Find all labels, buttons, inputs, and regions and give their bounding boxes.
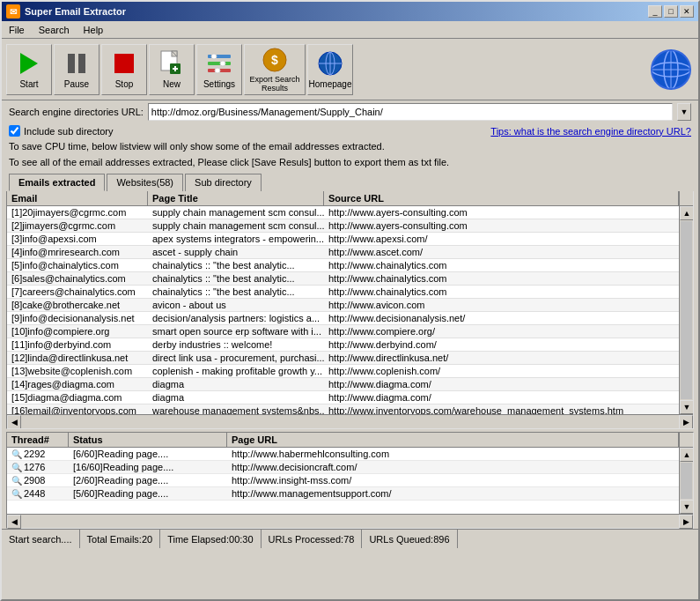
bottom-scroll-thumb[interactable]: [681, 463, 692, 499]
table-row[interactable]: [8]cake@brothercake.net avicon - about u…: [7, 299, 679, 312]
col-email-header: Email: [7, 191, 148, 205]
url-dropdown-button[interactable]: ▼: [677, 103, 691, 121]
title-bar-buttons: _ □ ✕: [648, 5, 694, 18]
settings-button[interactable]: Settings: [196, 44, 242, 95]
table-row[interactable]: [15]diagma@diagma.com diagma http://www.…: [7, 391, 679, 404]
export-icon: $: [261, 46, 289, 74]
stop-button[interactable]: Stop: [101, 44, 147, 95]
table-row[interactable]: [11]info@derbyind.com derby industries :…: [7, 338, 679, 352]
cell-email: [8]cake@brothercake.net: [7, 299, 148, 311]
cell-title: decision/analysis partners: logistics a.…: [148, 312, 324, 324]
table-row[interactable]: [2]jimayers@cgrmc.com supply chain manag…: [7, 219, 679, 233]
cell-thread: 🔍2908: [7, 474, 69, 486]
hscroll-right-button[interactable]: ▶: [679, 415, 693, 429]
table-row[interactable]: [12]linda@directlinkusa.net direct link …: [7, 352, 679, 365]
tips-link[interactable]: Tips: what is the search engine director…: [490, 126, 691, 137]
pause-label: Pause: [64, 79, 89, 89]
cell-status: [5/60]Reading page....: [69, 487, 227, 500]
bottom-body[interactable]: 🔍2292 [6/60]Reading page.... http://www.…: [7, 448, 679, 514]
main-hscrollbar[interactable]: ◀ ▶: [7, 414, 693, 428]
bottom-hscroll-right[interactable]: ▶: [679, 515, 693, 529]
bottom-scroll-down[interactable]: ▼: [680, 500, 693, 514]
url-input[interactable]: [148, 103, 673, 121]
col-status-header: Status: [69, 433, 227, 447]
toolbar: Start Pause Stop: [2, 39, 698, 100]
start-icon: [15, 49, 43, 78]
table-header: Email Page Title Source URL: [7, 191, 693, 206]
title-bar: ✉ Super Email Extractor _ □ ✕: [2, 2, 698, 21]
cell-title: direct link usa - procurement, purchasi.…: [148, 352, 324, 364]
table-row[interactable]: [10]info@compiere.org smart open source …: [7, 325, 679, 338]
cell-email: [10]info@compiere.org: [7, 325, 148, 338]
start-button[interactable]: Start: [6, 44, 52, 95]
status-processed: URLs Processed:78: [262, 530, 363, 548]
stop-label: Stop: [115, 79, 134, 89]
homepage-button[interactable]: Homepage: [307, 44, 353, 95]
bottom-hscroll-left[interactable]: ◀: [7, 515, 21, 529]
menu-file[interactable]: File: [6, 24, 27, 36]
new-button[interactable]: New: [149, 44, 195, 95]
scroll-thumb[interactable]: [681, 221, 692, 399]
tab-emails[interactable]: Emails extracted: [9, 174, 105, 191]
new-icon: [158, 49, 186, 78]
table-row[interactable]: [16]email@inventoryops.com warehouse man…: [7, 404, 679, 414]
table-row[interactable]: [4]info@mriresearch.com ascet - supply c…: [7, 246, 679, 259]
bottom-body-wrapper: 🔍2292 [6/60]Reading page.... http://www.…: [7, 448, 693, 514]
svg-rect-2: [78, 54, 85, 73]
table-body[interactable]: [1]20jimayers@cgrmc.com supply chain man…: [7, 206, 679, 414]
bottom-row[interactable]: 🔍2448 [5/60]Reading page.... http://www.…: [7, 487, 679, 501]
pause-button[interactable]: Pause: [54, 44, 99, 95]
bottom-row[interactable]: 🔍1276 [16/60]Reading page.... http://www…: [7, 461, 679, 474]
window-title: Super Email Extractor: [25, 6, 126, 17]
cell-title: apex systems integrators - empowerin...: [148, 233, 324, 245]
cell-url: http://www.apexsi.com/: [324, 233, 679, 245]
bottom-scrollbar[interactable]: ▲ ▼: [679, 448, 693, 514]
close-button[interactable]: ✕: [680, 5, 694, 18]
hscroll-left-button[interactable]: ◀: [7, 415, 21, 429]
settings-icon: [205, 49, 233, 78]
main-window: ✉ Super Email Extractor _ □ ✕ File Searc…: [0, 0, 700, 601]
table-row[interactable]: [13]website@coplenish.com coplenish - ma…: [7, 365, 679, 378]
col-thread-header: Thread#: [7, 433, 69, 447]
stop-icon: [110, 49, 138, 78]
homepage-label: Homepage: [309, 79, 352, 89]
cell-url: http://www.inventoryops.com/warehouse_ma…: [324, 404, 679, 414]
maximize-button[interactable]: □: [664, 5, 678, 18]
table-row[interactable]: [6]sales@chainalytics.com chainalytics :…: [7, 272, 679, 286]
hscroll-track: [21, 415, 679, 428]
cell-thread: 🔍1276: [7, 461, 69, 473]
main-scrollbar[interactable]: ▲ ▼: [679, 206, 693, 414]
table-row[interactable]: [3]info@apexsi.com apex systems integrat…: [7, 233, 679, 246]
table-row[interactable]: [14]rages@diagma.com diagma http://www.d…: [7, 378, 679, 391]
subdirectory-checkbox[interactable]: [9, 125, 20, 137]
bottom-hscrollbar[interactable]: ◀ ▶: [7, 514, 693, 528]
scroll-down-button[interactable]: ▼: [680, 400, 693, 414]
minimize-button[interactable]: _: [648, 5, 662, 18]
col-url-header: Source URL: [324, 191, 679, 205]
tab-subdirectory[interactable]: Sub directory: [185, 174, 262, 191]
new-label: New: [163, 79, 181, 89]
bottom-row[interactable]: 🔍2908 [2/60]Reading page.... http://www.…: [7, 474, 679, 487]
cell-thread: 🔍2448: [7, 487, 69, 500]
table-row[interactable]: [9]info@decisionanalysis.net decision/an…: [7, 312, 679, 325]
table-row[interactable]: [1]20jimayers@cgrmc.com supply chain man…: [7, 206, 679, 219]
bottom-scroll-up[interactable]: ▲: [680, 448, 693, 462]
svg-text:$: $: [271, 53, 278, 67]
cell-email: [13]website@coplenish.com: [7, 365, 148, 377]
menu-search[interactable]: Search: [36, 24, 72, 36]
checkbox-left: Include sub directory: [9, 125, 114, 137]
tab-websites[interactable]: Websites(58): [107, 174, 183, 191]
export-button[interactable]: $ Export Search Results: [244, 44, 306, 95]
cell-title: supply chain management scm consul...: [148, 206, 324, 219]
cell-title: diagma: [148, 391, 324, 404]
cell-url: http://www.coplenish.com/: [324, 365, 679, 377]
menu-help[interactable]: Help: [81, 24, 107, 36]
table-row[interactable]: [7]careers@chainalytics.com chainalytics…: [7, 286, 679, 299]
bottom-row[interactable]: 🔍2292 [6/60]Reading page.... http://www.…: [7, 448, 679, 461]
cell-status: [6/60]Reading page....: [69, 448, 227, 460]
cell-page-url: http://www.habermehlconsulting.com: [227, 448, 679, 460]
cell-url: http://www.compiere.org/: [324, 325, 679, 338]
scroll-up-button[interactable]: ▲: [680, 206, 693, 220]
table-row[interactable]: [5]info@chainalytics.com chainalytics ::…: [7, 259, 679, 272]
svg-rect-1: [68, 54, 75, 73]
